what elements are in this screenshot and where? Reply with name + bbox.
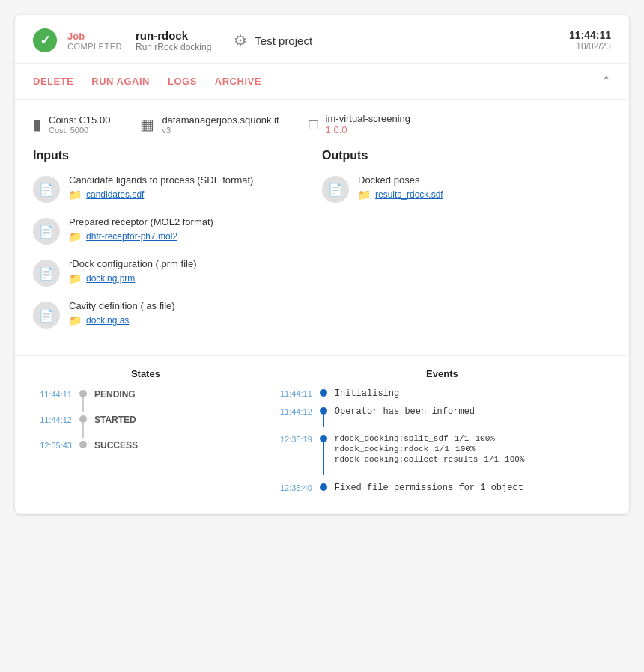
- event-dot-0: [320, 389, 327, 397]
- delete-button[interactable]: DELETE: [33, 76, 73, 87]
- file-icon: 📄: [33, 302, 60, 329]
- file-icon: 📄: [33, 260, 60, 287]
- toolbar-left: DELETE RUN AGAIN LOGS ARCHIVE: [33, 76, 261, 87]
- states-title: States: [33, 368, 258, 379]
- logs-button[interactable]: LOGS: [168, 76, 197, 87]
- job-name: run-rdock: [136, 29, 211, 42]
- state-dot-1: [79, 415, 87, 423]
- input-label-3: Cavity definition (.as file): [69, 300, 175, 311]
- event-sub-count-1: 1/1: [434, 445, 449, 453]
- input-label-2: rDock configuration (.prm file): [69, 258, 197, 269]
- input-file-0[interactable]: candidates.sdf: [86, 189, 144, 200]
- output-file-0[interactable]: results_rdock.sdf: [375, 189, 443, 200]
- event-row: 11:44:12 Operator has been informed: [273, 405, 611, 427]
- module-version: 1.0.0: [326, 124, 410, 135]
- event-text-3: Fixed file permissions for 1 object: [335, 481, 523, 493]
- state-entry: 12:35:43 SUCCESS: [33, 438, 258, 450]
- event-sub-label-0: rdock_docking:split_sdf: [335, 434, 449, 443]
- output-label-0: Docked poses: [358, 174, 443, 186]
- service-version: v3: [162, 126, 279, 135]
- event-sub-count-0: 1/1: [455, 434, 470, 443]
- module-item: □ im-virtual-screening 1.0.0: [309, 113, 411, 135]
- chevron-up-icon[interactable]: ⌃: [601, 74, 611, 88]
- coins-sub: Cost: 5000: [49, 126, 110, 135]
- folder-icon: 📁: [69, 314, 82, 326]
- event-sub-pct-0: 100%: [475, 434, 494, 443]
- event-time-2: 12:35:19: [273, 433, 312, 444]
- file-icon: 📄: [33, 218, 60, 245]
- event-sub-0: rdock_docking:split_sdf 1/1 100%: [335, 434, 525, 443]
- service-name: datamanagerjobs.squonk.it: [162, 114, 279, 126]
- file-icon: 📄: [322, 176, 349, 203]
- input-file-3[interactable]: docking.as: [86, 315, 129, 326]
- input-file-2[interactable]: docking.prm: [86, 273, 135, 284]
- state-time-1: 11:44:12: [33, 412, 72, 438]
- state-label-0: PENDING: [94, 387, 136, 412]
- main-card: ✓ Job COMPLETED run-rdock Run rRock dock…: [15, 15, 629, 514]
- state-time-0: 11:44:11: [33, 387, 72, 412]
- coins-item: ▮ Coins: C15.00 Cost: 5000: [33, 114, 110, 135]
- outputs-title: Outputs: [322, 149, 611, 162]
- state-label-2: SUCCESS: [94, 438, 138, 450]
- states-col: States 11:44:11 PENDING 11:44:12 STARTED: [33, 368, 273, 499]
- job-name-block: run-rdock Run rRock docking: [136, 29, 211, 52]
- header-left: ✓ Job COMPLETED run-rdock Run rRock dock…: [33, 28, 312, 52]
- event-sub-pct-1: 100%: [455, 445, 475, 453]
- events-col: Events 11:44:11 Initialising 11:44:12 Op…: [273, 368, 611, 499]
- event-sub-list: rdock_docking:split_sdf 1/1 100% rdock_d…: [335, 433, 525, 464]
- event-dot-1: [320, 407, 327, 415]
- event-sub-label-1: rdock_docking:rdock: [335, 445, 428, 453]
- inputs-title: Inputs: [33, 149, 322, 162]
- project-icon: ⚙: [234, 31, 247, 49]
- state-line-1: [82, 423, 84, 438]
- project-name: Test project: [255, 34, 312, 47]
- header-right: 11:44:11 10/02/23: [569, 29, 611, 52]
- event-text-0: Initialising: [335, 387, 399, 399]
- archive-button[interactable]: ARCHIVE: [215, 76, 261, 87]
- header: ✓ Job COMPLETED run-rdock Run rRock dock…: [15, 15, 629, 64]
- coins-icon: ▮: [33, 115, 41, 133]
- job-status: COMPLETED: [67, 42, 122, 51]
- io-section: Inputs 📄 Candidate ligands to process (S…: [15, 143, 629, 349]
- state-label-1: STARTED: [94, 412, 136, 438]
- event-dot-2: [320, 435, 327, 442]
- state-dot-0: [79, 390, 87, 397]
- folder-icon: 📁: [69, 189, 82, 201]
- toolbar: DELETE RUN AGAIN LOGS ARCHIVE ⌃: [15, 64, 629, 100]
- list-item: 📄 rDock configuration (.prm file) 📁 dock…: [33, 258, 322, 287]
- events-title: Events: [273, 368, 611, 379]
- module-icon: □: [309, 116, 318, 133]
- state-line-0: [82, 397, 84, 412]
- state-dot-2: [79, 441, 87, 448]
- job-desc: Run rRock docking: [136, 42, 211, 52]
- event-sub-1: rdock_docking:rdock 1/1 100%: [335, 445, 525, 453]
- run-again-button[interactable]: RUN AGAIN: [91, 76, 150, 87]
- divider: [15, 355, 629, 356]
- service-item: ▦ datamanagerjobs.squonk.it v3: [140, 114, 279, 135]
- event-row: 12:35:40 Fixed file permissions for 1 ob…: [273, 481, 611, 493]
- event-sub-label-2: rdock_docking:collect_results: [335, 455, 478, 464]
- module-name: im-virtual-screening: [326, 113, 410, 124]
- event-sub-pct-2: 100%: [505, 455, 524, 464]
- event-row: 11:44:11 Initialising: [273, 387, 611, 399]
- state-entry: 11:44:12 STARTED: [33, 412, 258, 438]
- state-entry: 11:44:11 PENDING: [33, 387, 258, 412]
- header-time: 11:44:11: [569, 29, 611, 41]
- status-check-icon: ✓: [33, 28, 57, 52]
- coins-label: Coins: C15.00: [49, 114, 110, 126]
- job-label: Job: [67, 31, 122, 42]
- job-info: Job COMPLETED: [67, 31, 122, 51]
- input-label-1: Prepared receptor (MOL2 format): [69, 216, 213, 227]
- event-sub-2: rdock_docking:collect_results 1/1 100%: [335, 455, 525, 464]
- event-line-1: [323, 415, 324, 427]
- header-date: 10/02/23: [569, 41, 611, 52]
- list-item: 📄 Docked poses 📁 results_rdock.sdf: [322, 174, 611, 203]
- outputs-col: Outputs 📄 Docked poses 📁 results_rdock.s…: [322, 143, 611, 342]
- states-events: States 11:44:11 PENDING 11:44:12 STARTED: [15, 368, 629, 514]
- input-file-1[interactable]: dhfr-receptor-ph7.mol2: [86, 231, 177, 242]
- input-label-0: Candidate ligands to process (SDF format…: [69, 174, 253, 186]
- service-icon: ▦: [140, 115, 154, 133]
- event-sub-count-2: 1/1: [484, 455, 499, 464]
- inputs-col: Inputs 📄 Candidate ligands to process (S…: [33, 143, 322, 342]
- event-text-1: Operator has been informed: [335, 405, 475, 417]
